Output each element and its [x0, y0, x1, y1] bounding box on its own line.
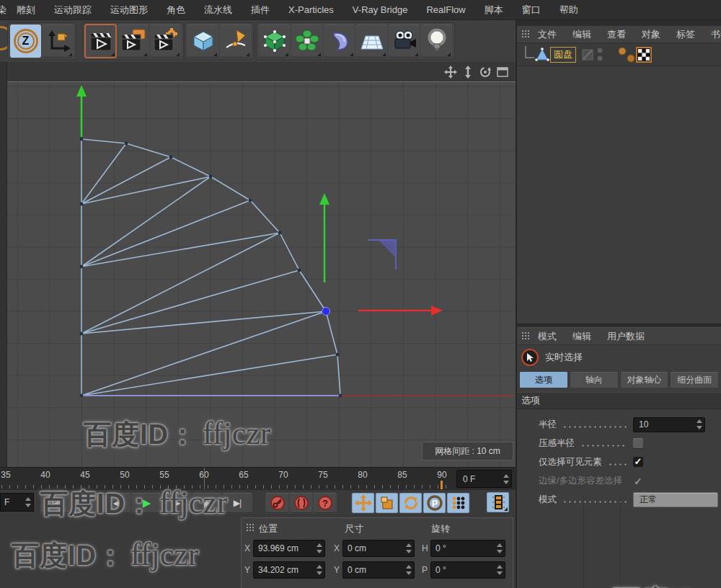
- next-key-button[interactable]: |▶: [193, 493, 221, 513]
- record-keyframe-button[interactable]: [266, 493, 288, 513]
- spin-up-icon[interactable]: [497, 543, 503, 547]
- spin-up-icon[interactable]: [406, 543, 412, 547]
- render-picture-button[interactable]: [118, 24, 149, 58]
- current-frame-field[interactable]: 0 F: [456, 470, 512, 488]
- menu-item-插件[interactable]: 插件: [242, 4, 279, 17]
- menu-item-雕刻[interactable]: 雕刻: [7, 4, 45, 17]
- field-spinner[interactable]: [405, 565, 412, 575]
- axis-tool-button[interactable]: [43, 24, 74, 58]
- spin-up-icon[interactable]: [406, 565, 412, 569]
- camera-button[interactable]: [389, 24, 420, 58]
- menu-item-帮助[interactable]: 帮助: [550, 4, 588, 17]
- array-button[interactable]: [291, 24, 322, 58]
- tab-选项[interactable]: 选项: [519, 371, 568, 388]
- spin-down-icon[interactable]: [406, 550, 412, 553]
- coord-field-尺寸-X[interactable]: 0 cm: [342, 540, 415, 557]
- spin-up-icon[interactable]: [696, 419, 702, 423]
- deformer-button[interactable]: [324, 24, 355, 58]
- coord-field-旋转-P[interactable]: 0 °: [430, 561, 505, 579]
- field-spinner[interactable]: [696, 419, 702, 429]
- field-spinner[interactable]: [496, 543, 503, 553]
- radius-field[interactable]: 10: [633, 417, 705, 432]
- next-frame-button[interactable]: ▶: [162, 493, 191, 513]
- spin-down-icon[interactable]: [406, 571, 412, 575]
- rotation-toggle[interactable]: [399, 493, 422, 513]
- field-spinner[interactable]: [316, 565, 322, 575]
- panel-menu-item-标签[interactable]: 标签: [676, 28, 695, 41]
- start-frame-field[interactable]: F: [0, 493, 34, 512]
- spin-down-icon[interactable]: [317, 550, 322, 553]
- coord-field-位置-X[interactable]: 93.969 cm: [253, 540, 325, 557]
- render-settings-button[interactable]: [150, 24, 181, 58]
- spin-down-icon[interactable]: [497, 571, 503, 575]
- object-row[interactable]: 圆盘: [517, 43, 721, 66]
- panel-menu-item-对象[interactable]: 对象: [642, 28, 660, 41]
- menu-item-运动图形[interactable]: 运动图形: [101, 4, 157, 17]
- tab-对象轴心[interactable]: 对象轴心: [620, 371, 669, 388]
- cube-button[interactable]: [187, 24, 218, 58]
- timeline-ruler[interactable]: 354045505560657075808590 0 F: [0, 467, 516, 490]
- menu-item-运动跟踪[interactable]: 运动跟踪: [45, 4, 101, 17]
- panel-menu-item-文件[interactable]: 文件: [538, 28, 557, 41]
- editable-cube-button[interactable]: [259, 24, 290, 58]
- pla-toggle[interactable]: [447, 493, 469, 513]
- z-tool-button[interactable]: Z: [10, 24, 41, 58]
- render-view-button[interactable]: [85, 24, 116, 58]
- panel-menu-item-书签[interactable]: 书签: [711, 28, 721, 41]
- tab-细分曲面[interactable]: 细分曲面: [670, 371, 719, 388]
- panel-handle-icon[interactable]: [521, 331, 531, 341]
- menu-item-角色[interactable]: 角色: [157, 4, 195, 17]
- mode-dropdown[interactable]: 正常: [633, 492, 718, 507]
- coord-field-旋转-H[interactable]: 0 °: [430, 540, 505, 557]
- menu-item-V-Ray Bridge[interactable]: V-Ray Bridge: [343, 4, 417, 15]
- panel-menu-item-查看[interactable]: 查看: [607, 28, 626, 41]
- panel-menu-item-编辑[interactable]: 编辑: [572, 330, 591, 343]
- panel-handle-icon[interactable]: [246, 523, 255, 533]
- floor-button[interactable]: [356, 24, 387, 58]
- menu-item-partial[interactable]: 染: [0, 4, 7, 17]
- checkbox-压感半径[interactable]: [633, 438, 643, 448]
- panel-menu-item-用户数据[interactable]: 用户数据: [607, 330, 645, 343]
- spin-up-icon[interactable]: [317, 565, 322, 569]
- menu-item-窗口[interactable]: 窗口: [513, 4, 550, 17]
- field-spinner[interactable]: [405, 543, 412, 553]
- play-button[interactable]: ▶: [132, 493, 161, 513]
- keyframe-selection-button[interactable]: [487, 492, 509, 512]
- visibility-dots-disabled[interactable]: [596, 47, 603, 63]
- pen-button[interactable]: [220, 24, 251, 58]
- panel-menu-item-编辑[interactable]: 编辑: [572, 28, 591, 41]
- help-button[interactable]: ?: [314, 493, 336, 513]
- spin-down-icon[interactable]: [497, 550, 503, 553]
- position-toggle[interactable]: [352, 493, 374, 513]
- spin-down-icon[interactable]: [696, 426, 702, 429]
- disc-object-icon[interactable]: [534, 47, 550, 63]
- panel-menu-item-模式[interactable]: 模式: [538, 330, 557, 343]
- prev-key-button[interactable]: ◀|: [71, 493, 100, 513]
- spin-down-icon[interactable]: [317, 571, 322, 575]
- menu-item-X-Particles[interactable]: X-Particles: [279, 4, 343, 15]
- viewport-canvas[interactable]: [0, 62, 516, 467]
- menu-item-RealFlow[interactable]: RealFlow: [417, 4, 474, 15]
- frame-spinner[interactable]: [503, 474, 509, 484]
- spin-up-icon[interactable]: [497, 565, 503, 569]
- uvw-tag-icon[interactable]: [636, 47, 652, 63]
- field-spinner[interactable]: [496, 565, 503, 575]
- section-header[interactable]: 选项: [517, 392, 721, 409]
- coord-field-尺寸-Y[interactable]: 0 cm: [342, 561, 415, 579]
- panel-handle-icon[interactable]: [521, 30, 531, 39]
- tab-轴向[interactable]: 轴向: [570, 371, 619, 388]
- light-button[interactable]: [421, 24, 452, 58]
- start-frame-spinner[interactable]: [25, 497, 31, 507]
- layer-icon[interactable]: [582, 49, 593, 61]
- menu-item-流水线[interactable]: 流水线: [195, 4, 242, 17]
- visibility-dots[interactable]: [616, 45, 638, 64]
- coord-field-位置-Y[interactable]: 34.202 cm: [253, 561, 325, 579]
- checkbox-仅选择可见元素[interactable]: ✓: [633, 457, 643, 467]
- menu-item-脚本[interactable]: 脚本: [475, 4, 513, 17]
- parameter-toggle[interactable]: P: [423, 493, 446, 513]
- field-spinner[interactable]: [316, 543, 322, 553]
- autokey-button[interactable]: [290, 493, 312, 513]
- object-name[interactable]: 圆盘: [550, 47, 576, 63]
- goto-start-button[interactable]: |◀: [41, 493, 70, 513]
- scale-toggle[interactable]: [376, 493, 398, 513]
